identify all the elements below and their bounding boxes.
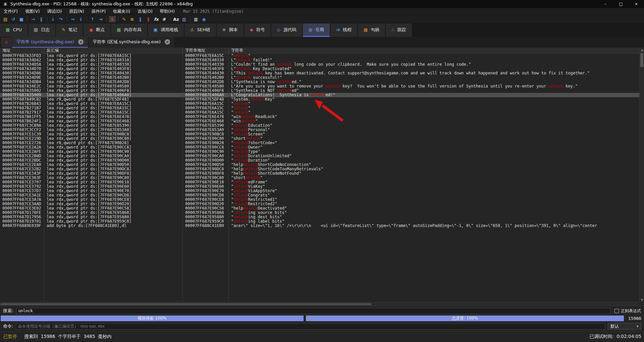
pause-button[interactable]: ‖ [37,16,45,23]
command-profile-dropdown[interactable]: 默认 ▼ [608,323,641,330]
close-tab-icon[interactable]: × [78,39,84,45]
menu-view[interactable]: 视图(V) [21,9,43,14]
menu-debug[interactable]: 调试(D) [43,9,65,14]
step-over-button[interactable]: ↷ [57,16,65,23]
table-row[interactable]: 00007FF687A34D86lea rdx,qword ptr ds:[7F… [0,71,639,75]
table-row[interactable]: 00007FF687A34DB4lea rdx,qword ptr ds:[7F… [0,80,639,84]
tab-notes[interactable]: ✎笔记 [56,23,83,37]
tab-call-stack[interactable]: ▣调用堆栈 [148,23,184,37]
table-row[interactable]: 00007FF687CE3E02lea rdx,qword ptr ds:[7F… [0,206,639,211]
doc-tab-strings-module[interactable]: 字符串 (synthesia-dbg.exe)× [12,37,88,48]
table-row[interactable]: 00007FF687A35009lea rax,qword ptr ds:[7F… [0,93,639,97]
appearance-font-button[interactable]: Az [172,16,180,23]
open-file-button[interactable]: ▤ [1,16,9,23]
table-row[interactable]: 00007FF687CE2AFElea rdx,qword ptr ds:[7F… [0,150,639,154]
doc-tab-strings-region[interactable]: 字符串 (区域 synthesia-dbg.exe)× [88,37,174,48]
tab-trace[interactable]: ∴跟踪 [386,23,412,37]
table-row[interactable]: 00007FF687CE1C39lea rdx,qword ptr ds:[7F… [0,132,639,136]
table-row[interactable]: 00007FF687A34D58lea rdx,qword ptr ds:[7F… [0,62,639,67]
column-header-string-address[interactable]: 字符串地址 [183,48,229,53]
regex-checkbox[interactable] [614,309,619,313]
table-row[interactable]: 00007FF687A33FD3lea rdx,qword ptr ds:[7F… [0,54,639,58]
table-row[interactable]: 00007FF687B27917lea rdx,qword ptr ds:[7F… [0,110,639,115]
vertical-scrollbar-thumb[interactable] [640,53,643,67]
table-row[interactable]: 00007FF687CE37D7lea rdx,qword ptr ds:[7F… [0,189,639,193]
table-row[interactable]: 00007FF687A34D9Elea rdx,qword ptr ds:[7F… [0,75,639,80]
table-row[interactable]: 00007FF687A34D70lea rdx,qword ptr ds:[7F… [0,67,639,71]
tab-log[interactable]: ▤日志 [28,23,55,37]
table-row[interactable]: 00007FF6889E039Fadd byte ptr ds:[7FF688C… [0,224,639,228]
scroll-down-arrow-icon[interactable]: ▼ [640,297,644,302]
horizontal-scrollbar-thumb[interactable] [1,303,371,305]
table-row[interactable]: 00007FF687A49C82lea r9,qword ptr ds:[7FF… [0,97,639,102]
label-current-address-button[interactable]: # [160,16,168,23]
stop-debug-button[interactable]: ■ [17,16,25,23]
tab-threads[interactable]: ⇉线程 [330,23,357,37]
calculator-button[interactable]: ▦ [192,16,200,23]
menu-help[interactable]: 帮助(H) [156,9,178,14]
close-all-tabs-button[interactable]: ✕ [1,38,11,47]
table-row[interactable]: 00007FF687CE32B2lea rdx,qword ptr ds:[7F… [0,167,639,171]
table-row[interactable]: 00007FF687D17956lea rdx,qword ptr ds:[7F… [0,215,639,219]
table-row[interactable]: 00007FF687A35002lea rbx,qword ptr ds:[7F… [0,89,639,93]
column-header-address[interactable]: 地址 [0,48,44,53]
tab-source[interactable]: ◇源代码 [271,23,302,37]
table-row[interactable]: 00007FF687CE3792lea rdx,qword ptr ds:[7F… [0,184,639,189]
column-header-string[interactable]: 字符串 [229,48,639,53]
table-row[interactable]: 00007FF687A34D42lea rdx,qword ptr ds:[7F… [0,58,639,62]
table-row[interactable]: 00007FF687C3CB9Alea rdx,qword ptr ds:[7F… [0,123,639,128]
table-row[interactable]: 00007FF687CE343Flea rdx,qword ptr ds:[7F… [0,171,639,176]
step-out-button[interactable]: ↑ [89,16,97,23]
run-button[interactable]: → [29,16,37,23]
table-row[interactable]: 00007FF687B624F1lea rax,qword ptr ds:[7F… [0,119,639,123]
vertical-scrollbar[interactable]: ▲ ▼ [639,48,644,302]
table-row[interactable]: 00007FF687CE2726lea r8,qword ptr ds:[7FF… [0,141,639,145]
regex-option[interactable]: 正则表达式 [614,308,641,314]
table-row[interactable]: 00007FF687CE3707lea rdx,qword ptr ds:[7F… [0,180,639,184]
run-to-user-code-button[interactable]: ⇥ [97,16,105,23]
tab-seh-chain[interactable]: ⚠SEH链 [184,23,216,37]
minimize-button[interactable]: – [598,0,613,8]
set-comment-button[interactable]: ≡ [128,16,136,23]
menu-options[interactable]: 选项(O) [134,9,156,14]
tab-breakpoints[interactable]: ●断点 [84,23,110,37]
table-row[interactable]: 00007FF687CE3A1Elea rdx,qword ptr ds:[7F… [0,193,639,197]
step-into-button[interactable]: ↓ [49,16,57,23]
table-row[interactable]: 00007FF687B61FF5lea rax,qword ptr ds:[7F… [0,115,639,119]
restart-button[interactable]: ↺ [9,16,17,23]
search-input[interactable] [16,308,610,314]
table-row[interactable]: 00007FF687CE2BDClea rdx,qword ptr ds:[7F… [0,158,639,163]
table-row[interactable]: 00007FF687CE2EA0lea rdx,qword ptr ds:[7F… [0,163,639,167]
assemble-button[interactable]: ✎ [120,16,128,23]
table-row[interactable]: 00007FF687D178FElea rdx,qword ptr ds:[7F… [0,211,639,215]
menu-file[interactable]: 文件(F) [0,9,21,14]
command-input[interactable] [16,323,605,330]
tab-memory-map[interactable]: ▦内存布局 [111,23,147,37]
tab-script[interactable]: ≡脚本 [217,23,244,37]
animate-over-button[interactable]: ⇓ [77,16,85,23]
table-row[interactable]: 00007FF687C3CCF2lea rdx,qword ptr ds:[7F… [0,128,639,132]
table-row[interactable]: 00007FF687B271B7lea rax,qword ptr ds:[7F… [0,106,639,110]
menu-trace[interactable]: 跟踪(N) [66,9,88,14]
donate-help-button[interactable]: ◉ [200,16,208,23]
animate-into-button[interactable]: ⇒ [69,16,77,23]
table-row[interactable]: 00007FF687B26B43lea rbx,qword ptr ds:[7F… [0,102,639,106]
table-row[interactable]: 00007FF687D19701lea rdx,qword ptr ds:[7F… [0,219,639,224]
table-row[interactable]: 00007FF687CE2A2Alea rdx,qword ptr ds:[7F… [0,145,639,150]
table-row[interactable]: 00007FF687A34E2Clea rdx,qword ptr ds:[7F… [0,84,639,89]
table-row[interactable]: 00007FF687CE3A7Alea rdx,qword ptr ds:[7F… [0,197,639,202]
close-button[interactable]: × [629,0,644,8]
tab-references[interactable]: ◎引用 [303,23,330,37]
horizontal-scrollbar[interactable] [0,302,639,305]
close-tab-icon[interactable]: × [165,39,170,45]
tab-cpu[interactable]: ▦CPU [0,23,28,37]
scroll-up-arrow-icon[interactable]: ▲ [640,48,644,52]
table-row[interactable]: 00007FF687CE219Dlea rdx,qword ptr ds:[7F… [0,136,639,141]
tab-handles[interactable]: ▩句柄 [358,23,385,37]
menu-favourites[interactable]: 收藏夹(I) [109,9,134,14]
patches-button[interactable]: ∥ [144,16,152,23]
function-analysis-button[interactable]: fx [152,16,160,23]
table-row[interactable]: 00007FF687CE2B8Dlea rdx,qword ptr ds:[7F… [0,154,639,158]
column-header-disassembly[interactable]: 反汇编 [44,48,183,53]
menu-plugins[interactable]: 插件(P) [88,9,109,14]
